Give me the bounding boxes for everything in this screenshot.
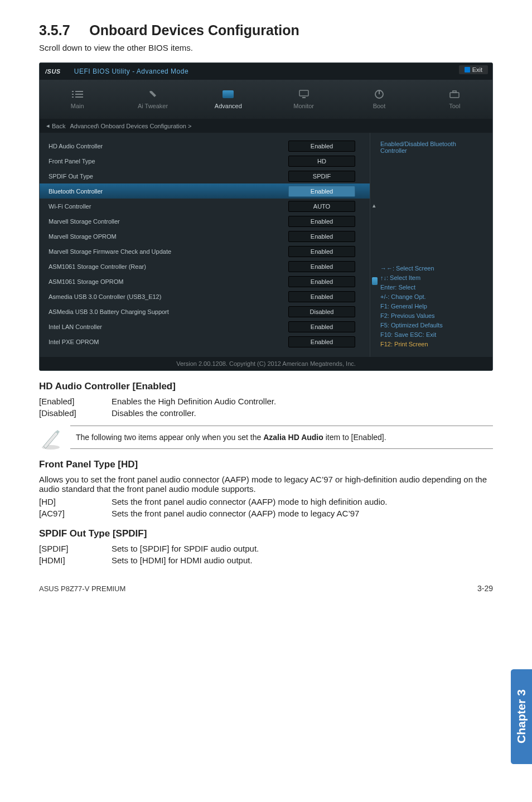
tab-tool-label: Tool — [449, 103, 460, 109]
tab-mon-label: Monitor — [293, 103, 314, 109]
tab-tool[interactable]: Tool — [417, 89, 492, 109]
row-marvell-storage-oprom[interactable]: Marvell Storage OPROMEnabled — [40, 229, 370, 244]
svg-rect-6 — [75, 96, 83, 98]
value[interactable]: Enabled — [288, 276, 355, 287]
section-title: Onboard Devices Configuration — [89, 22, 299, 38]
option-desc: Sets to [SPDIF] for SPDIF audio output. — [112, 544, 259, 553]
svg-rect-3 — [72, 94, 74, 95]
hint: F10: Save ESC: Exit — [380, 330, 482, 340]
section-number: 3.5.7 — [39, 22, 70, 38]
option-key: [HDMI] — [39, 555, 112, 565]
row-wifi-controller[interactable]: Wi-Fi ControllerAUTO ▴ — [40, 199, 370, 214]
note-text-bold: Azalia HD Audio — [263, 433, 323, 442]
svg-rect-2 — [75, 91, 83, 92]
help-panel: Enabled/Disabled Bluetooth Controller →←… — [370, 133, 492, 357]
tab-main[interactable]: Main — [40, 89, 115, 109]
tab-ai-label: Ai Tweaker — [138, 103, 168, 109]
bios-logo: /SUS UEFI BIOS Utility - Advanced Mode — [40, 67, 188, 75]
value[interactable]: Enabled — [288, 231, 355, 242]
cap: Marvell Storage OPROM — [49, 233, 283, 240]
row-asmedia-usb3-battery[interactable]: ASMedia USB 3.0 Battery Charging Support… — [40, 304, 370, 319]
row-spdif-out-type[interactable]: SPDIF Out TypeSPDIF — [40, 168, 370, 183]
hint-print: F12: Print Screen — [380, 340, 482, 349]
value[interactable]: Enabled — [288, 291, 355, 302]
hint: →←: Select Screen — [380, 264, 482, 273]
option-desc: Sets the front panel audio connector (AA… — [112, 509, 359, 518]
svg-rect-7 — [299, 90, 308, 96]
help-text: Enabled/Disabled Bluetooth Controller — [380, 141, 482, 154]
back-label: Back — [52, 123, 65, 129]
cap: Wi-Fi Controller — [49, 203, 283, 210]
option-key: [SPDIF] — [39, 544, 112, 553]
toolbox-icon — [448, 89, 461, 99]
cap: Marvell Storage Firmware Check and Updat… — [49, 248, 283, 255]
footer-left: ASUS P8Z77-V PREMIUM — [39, 584, 125, 593]
svg-rect-5 — [72, 96, 74, 98]
option-desc: Sets to [HDMI] for HDMI audio output. — [112, 555, 253, 565]
row-asm1061-storage-oprom[interactable]: ASM1061 Storage OPROMEnabled — [40, 274, 370, 289]
value[interactable]: SPDIF — [288, 171, 355, 182]
option-desc: Disables the controller. — [112, 408, 196, 418]
note-text-pre: The following two items appear only when… — [76, 433, 263, 442]
value[interactable]: Enabled — [288, 246, 355, 257]
version-bar: Version 2.00.1208. Copyright (C) 2012 Am… — [40, 357, 492, 370]
option-row: [SPDIF]Sets to [SPDIF] for SPDIF audio o… — [39, 544, 493, 553]
breadcrumb: ◂ Back Advanced\ Onboard Devices Configu… — [40, 119, 492, 133]
hint: F2: Previous Values — [380, 311, 482, 321]
tab-ai-tweaker[interactable]: Ai Tweaker — [115, 89, 190, 109]
bios-tabs: Main Ai Tweaker Advanced Monitor Boot To… — [40, 80, 492, 119]
scroll-up-arrow-icon[interactable]: ▴ — [371, 202, 378, 209]
row-intel-lan-controller[interactable]: Intel LAN ControllerEnabled — [40, 319, 370, 334]
cap: ASM1061 Storage OPROM — [49, 278, 283, 285]
nav-hints: →←: Select Screen ↑↓: Select Item Enter:… — [380, 264, 482, 349]
value[interactable]: Enabled — [288, 321, 355, 332]
row-front-panel-type[interactable]: Front Panel TypeHD — [40, 153, 370, 168]
row-asm1061-storage-controller[interactable]: ASM1061 Storage Controller (Rear)Enabled — [40, 259, 370, 274]
bios-logo-text: UEFI BIOS Utility - Advanced Mode — [74, 67, 188, 75]
hd-audio-heading: HD Audio Controller [Enabled] — [39, 381, 493, 392]
chip-icon — [222, 89, 234, 99]
hint: +/-: Change Opt. — [380, 292, 482, 302]
option-row: [AC97]Sets the front panel audio connect… — [39, 509, 493, 518]
pen-note-icon — [39, 427, 62, 451]
exit-button[interactable]: Exit — [459, 65, 488, 74]
cap: Bluetooth Controller — [49, 188, 283, 195]
cap: ASM1061 Storage Controller (Rear) — [49, 263, 283, 270]
tab-adv-label: Advanced — [215, 103, 242, 109]
wrench-icon — [147, 89, 159, 99]
value[interactable]: Enabled — [288, 261, 355, 272]
row-marvell-storage-fw[interactable]: Marvell Storage Firmware Check and Updat… — [40, 244, 370, 259]
value[interactable]: Enabled — [288, 186, 355, 197]
value[interactable]: Enabled — [288, 216, 355, 227]
tab-advanced[interactable]: Advanced — [191, 89, 266, 109]
row-asmedia-usb3-controller[interactable]: Asmedia USB 3.0 Controller (USB3_E12)Ena… — [40, 289, 370, 304]
back-button[interactable]: ◂ Back — [46, 122, 65, 129]
value[interactable]: Enabled — [288, 336, 355, 347]
svg-text:/SUS: /SUS — [45, 68, 61, 75]
hint: F1: General Help — [380, 302, 482, 311]
option-key: [AC97] — [39, 509, 112, 518]
row-hd-audio-controller[interactable]: HD Audio ControllerEnabled — [40, 138, 370, 153]
exit-label: Exit — [472, 66, 482, 73]
breadcrumb-path: Advanced\ Onboard Devices Configuration … — [70, 123, 191, 129]
list-icon — [71, 89, 84, 99]
scrollbar-thumb[interactable] — [372, 277, 378, 285]
back-arrow-icon: ◂ — [46, 122, 50, 129]
tab-monitor[interactable]: Monitor — [266, 89, 341, 109]
tab-boot[interactable]: Boot — [341, 89, 417, 109]
row-marvell-storage-controller[interactable]: Marvell Storage ControllerEnabled — [40, 214, 370, 229]
row-intel-pxe-oprom[interactable]: Intel PXE OPROMEnabled — [40, 334, 370, 349]
page-number: 3-29 — [477, 584, 493, 593]
cap: HD Audio Controller — [49, 143, 283, 149]
value[interactable]: Disabled — [288, 306, 355, 317]
svg-rect-1 — [72, 91, 74, 92]
value[interactable]: HD — [288, 156, 355, 167]
row-bluetooth-controller[interactable]: Bluetooth ControllerEnabled — [40, 183, 370, 199]
value[interactable]: AUTO — [288, 201, 355, 212]
option-row: [Disabled]Disables the controller. — [39, 408, 493, 418]
option-desc: Sets the front panel audio connector (AA… — [112, 497, 387, 506]
fpt-heading: Front Panel Type [HD] — [39, 459, 493, 470]
exit-icon — [465, 67, 470, 73]
value[interactable]: Enabled — [288, 141, 355, 152]
cap: SPDIF Out Type — [49, 173, 283, 180]
